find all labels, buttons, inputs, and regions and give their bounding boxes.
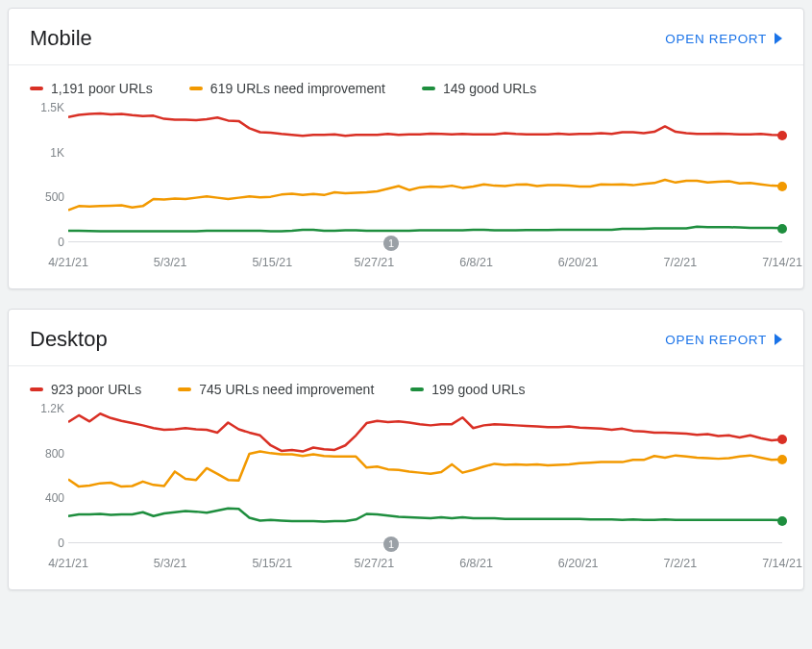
legend-label-poor: 1,191 poor URLs	[51, 81, 153, 96]
y-axis: 04008001.2K	[30, 409, 68, 543]
y-tick: 800	[45, 447, 64, 461]
series-end-dot-poor	[777, 435, 787, 444]
legend-item-good: 149 good URLs	[422, 81, 536, 96]
x-tick: 6/20/21	[558, 557, 599, 570]
series-line-need	[68, 180, 782, 210]
x-axis: 4/21/215/3/215/15/215/27/216/8/216/20/21…	[68, 252, 782, 271]
y-tick: 1K	[50, 146, 64, 160]
chevron-right-icon	[775, 334, 782, 345]
legend-label-poor: 923 poor URLs	[51, 382, 141, 397]
legend-item-poor: 923 poor URLs	[30, 382, 141, 397]
y-tick: 1.5K	[40, 101, 64, 114]
series-line-need	[68, 452, 782, 487]
x-tick: 4/21/21	[48, 557, 88, 570]
series-end-dot-need	[777, 182, 787, 191]
card-title: Mobile	[30, 26, 92, 51]
x-tick: 7/14/21	[762, 557, 802, 570]
legend-label-good: 149 good URLs	[443, 81, 536, 96]
card-title: Desktop	[30, 327, 108, 352]
x-tick: 7/14/21	[762, 256, 802, 269]
event-marker[interactable]: 1	[383, 236, 399, 251]
swatch-need-icon	[178, 387, 191, 391]
open-report-label: OPEN REPORT	[665, 333, 767, 347]
y-tick: 400	[45, 491, 64, 505]
plot: 1	[68, 409, 782, 543]
swatch-need-icon	[189, 87, 203, 90]
chart: 04008001.2K 1 4/21/215/3/215/15/215/27/2…	[30, 409, 782, 572]
x-tick: 6/20/21	[558, 256, 599, 269]
open-report-button[interactable]: OPEN REPORT	[665, 333, 782, 347]
legend: 1,191 poor URLs 619 URLs need improvemen…	[9, 65, 803, 108]
card-mobile: Mobile OPEN REPORT 1,191 poor URLs 619 U…	[8, 8, 804, 289]
chart: 05001K1.5K 1 4/21/215/3/215/15/215/27/21…	[30, 108, 782, 271]
swatch-good-icon	[410, 387, 424, 391]
x-tick: 7/2/21	[663, 256, 697, 269]
event-marker[interactable]: 1	[383, 537, 399, 552]
x-tick: 7/2/21	[663, 557, 697, 570]
chevron-right-icon	[775, 33, 782, 44]
x-tick: 5/27/21	[355, 256, 395, 269]
series-line-good	[68, 509, 782, 522]
legend-item-poor: 1,191 poor URLs	[30, 81, 153, 96]
y-tick: 1.2K	[40, 402, 64, 415]
legend-label-need: 619 URLs need improvement	[210, 81, 385, 96]
y-axis: 05001K1.5K	[30, 108, 68, 242]
x-tick: 5/27/21	[355, 557, 395, 570]
x-tick: 5/15/21	[252, 557, 292, 570]
series-end-dot-poor	[777, 131, 787, 140]
open-report-button[interactable]: OPEN REPORT	[665, 32, 782, 46]
series-line-good	[68, 227, 782, 232]
legend-item-good: 199 good URLs	[410, 382, 525, 397]
swatch-good-icon	[422, 87, 435, 90]
swatch-poor-icon	[30, 387, 43, 391]
open-report-label: OPEN REPORT	[665, 32, 767, 46]
legend: 923 poor URLs 745 URLs need improvement …	[9, 366, 803, 409]
legend-label-good: 199 good URLs	[431, 382, 525, 397]
y-tick: 0	[58, 537, 64, 550]
x-tick: 6/8/21	[459, 557, 493, 570]
x-tick: 5/3/21	[154, 557, 187, 570]
card-desktop: Desktop OPEN REPORT 923 poor URLs 745 UR…	[8, 309, 804, 590]
series-end-dot-good	[777, 516, 787, 526]
x-axis: 4/21/215/3/215/15/215/27/216/8/216/20/21…	[68, 553, 782, 572]
legend-label-need: 745 URLs need improvement	[199, 382, 374, 397]
x-tick: 5/15/21	[252, 256, 292, 269]
series-line-poor	[68, 113, 782, 136]
y-tick: 0	[58, 236, 64, 249]
series-end-dot-need	[777, 455, 787, 464]
legend-item-need: 745 URLs need improvement	[178, 382, 374, 397]
plot: 1	[68, 108, 782, 242]
series-end-dot-good	[777, 224, 787, 234]
swatch-poor-icon	[30, 87, 43, 90]
x-tick: 5/3/21	[154, 256, 187, 269]
series-line-poor	[68, 413, 782, 451]
legend-item-need: 619 URLs need improvement	[189, 81, 385, 96]
x-tick: 4/21/21	[48, 256, 88, 269]
x-tick: 6/8/21	[459, 256, 493, 269]
y-tick: 500	[45, 190, 64, 204]
